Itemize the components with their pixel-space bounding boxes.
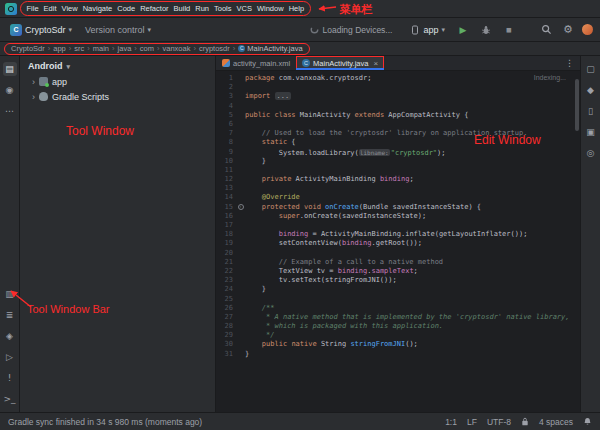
- chevron-down-icon: ▾: [441, 26, 445, 33]
- breadcrumb-separator-icon: ›: [69, 44, 72, 53]
- device-manager-icon[interactable]: ▯: [584, 104, 598, 118]
- code-line: 21 // Example of a call to a native meth…: [216, 258, 580, 267]
- tab-options-icon[interactable]: ⋮: [559, 56, 580, 70]
- code-line: 1package com.vanxoak.cryptosdr;: [216, 74, 580, 83]
- notifications-icon[interactable]: ▢: [584, 62, 598, 76]
- file-encoding[interactable]: UTF-8: [487, 417, 511, 427]
- run-configuration-selector[interactable]: app ▾: [407, 23, 448, 37]
- editor-tab-MainActivity.java[interactable]: CMainActivity.java×: [296, 56, 384, 70]
- code-line: 27 * A native method that is implemented…: [216, 313, 580, 322]
- annotation-tool-window-label: Tool Window: [66, 124, 134, 138]
- java-class-icon: C: [238, 45, 245, 52]
- menu-item-build[interactable]: Build: [171, 3, 193, 14]
- gradle-icon[interactable]: ◆: [584, 83, 598, 97]
- logcat-icon[interactable]: ≣: [3, 308, 17, 322]
- app-quality-insights-icon[interactable]: ◎: [584, 146, 598, 160]
- left-bar-bottom: ▥≣◈▷!>_: [0, 281, 19, 412]
- code-lines: 1package com.vanxoak.cryptosdr;23import …: [216, 74, 580, 359]
- code-line: 4: [216, 102, 580, 111]
- breadcrumb-item[interactable]: cryptosdr: [199, 44, 230, 53]
- search-everywhere-button[interactable]: [538, 22, 554, 38]
- code-line: 30 public native String stringFromJNI();: [216, 340, 580, 349]
- debug-button[interactable]: [478, 22, 494, 38]
- commit-tool-icon[interactable]: ◉: [3, 83, 17, 97]
- breadcrumb-separator-icon: ›: [233, 44, 236, 53]
- code-line: 11: [216, 166, 580, 175]
- menu-item-tools[interactable]: Tools: [212, 3, 235, 14]
- project-view-selector[interactable]: Android: [28, 61, 63, 71]
- app-inspection-icon[interactable]: ◈: [3, 329, 17, 343]
- run-button[interactable]: ▶: [455, 22, 471, 38]
- project-avatar-icon: C: [10, 24, 22, 36]
- project-tool-icon[interactable]: ▤: [3, 62, 17, 76]
- caret-position[interactable]: 1:1: [445, 417, 457, 427]
- menu-item-code[interactable]: Code: [115, 3, 138, 14]
- code-line: 29 */: [216, 331, 580, 340]
- annotation-menu-bar-label: 菜单栏: [340, 2, 373, 16]
- breadcrumb-item[interactable]: CryptoSdr: [11, 44, 45, 53]
- code-line: 25: [216, 295, 580, 304]
- editor-tab-bar: activity_main.xmlCMainActivity.java× ⋮: [216, 56, 580, 71]
- project-tree: ›app›Gradle Scripts: [20, 74, 215, 104]
- run-tool-icon[interactable]: ▷: [3, 350, 17, 364]
- overriding-method-gutter-icon[interactable]: ↑: [238, 204, 244, 210]
- menu-item-help[interactable]: Help: [286, 3, 306, 14]
- breadcrumb-item[interactable]: java: [118, 44, 132, 53]
- notifications-bell-icon[interactable]: [583, 417, 592, 426]
- main-area: ▤◉⋯ ▥≣◈▷!>_ Android ▾ ›app›Gradle Script…: [0, 56, 600, 412]
- menu-item-window[interactable]: Window: [254, 3, 286, 14]
- settings-gear-icon[interactable]: ⚙: [560, 22, 576, 38]
- line-separator[interactable]: LF: [467, 417, 477, 427]
- editor-tab-activity_main.xml[interactable]: activity_main.xml: [216, 56, 296, 70]
- read-only-lock-icon[interactable]: [521, 417, 529, 426]
- running-devices-icon[interactable]: ▣: [584, 125, 598, 139]
- breadcrumb-item[interactable]: vanxoak: [162, 44, 190, 53]
- code-line: 26 /**: [216, 304, 580, 313]
- breadcrumb-item[interactable]: CMainActivity.java: [238, 44, 302, 53]
- code-editor[interactable]: 1package com.vanxoak.cryptosdr;23import …: [216, 71, 580, 412]
- user-avatar[interactable]: [582, 24, 593, 35]
- code-line: 5public class MainActivity extends AppCo…: [216, 111, 580, 120]
- menu-item-refactor[interactable]: Refactor: [138, 3, 171, 14]
- editor-scrollbar[interactable]: [575, 79, 579, 131]
- project-selector[interactable]: C CryptoSdr ▾: [7, 22, 75, 38]
- code-line: 18 binding = ActivityMainBinding.inflate…: [216, 230, 580, 239]
- terminal-icon[interactable]: >_: [3, 392, 17, 406]
- code-line: 28 * which is packaged with this applica…: [216, 322, 580, 331]
- more-tool-windows-icon[interactable]: ⋯: [3, 104, 17, 118]
- folder-app-icon: [39, 77, 48, 86]
- breadcrumb-item[interactable]: com: [140, 44, 154, 53]
- tree-item-app[interactable]: ›app: [20, 74, 215, 89]
- stop-button[interactable]: ◼: [501, 22, 517, 38]
- close-tab-icon[interactable]: ×: [373, 59, 378, 68]
- tree-item-gradle-scripts[interactable]: ›Gradle Scripts: [20, 89, 215, 104]
- code-line: 13: [216, 184, 580, 193]
- problems-icon[interactable]: !: [3, 371, 17, 385]
- indent-setting[interactable]: 4 spaces: [539, 417, 573, 427]
- run-config-label: app: [423, 25, 438, 35]
- code-line: 19 setContentView(binding.getRoot());: [216, 239, 580, 248]
- android-studio-window: FileEditViewNavigateCodeRefactorBuildRun…: [0, 0, 600, 430]
- phone-device-icon: [410, 25, 420, 35]
- editor-area: activity_main.xmlCMainActivity.java× ⋮ 1…: [216, 56, 580, 412]
- menu-item-edit[interactable]: Edit: [41, 3, 59, 14]
- java-class-icon: C: [302, 59, 310, 67]
- toolbar-right-cluster: ⚙: [538, 22, 593, 38]
- vcs-widget[interactable]: Version control ▾: [82, 23, 154, 37]
- chevron-down-icon: ▾: [67, 63, 71, 70]
- breadcrumb-item[interactable]: src: [74, 44, 84, 53]
- menu-item-file[interactable]: File: [24, 3, 41, 14]
- menu-item-vcs[interactable]: VCS: [234, 3, 254, 14]
- menu-item-navigate[interactable]: Navigate: [80, 3, 115, 14]
- search-icon: [541, 24, 552, 35]
- chevron-down-icon: ▾: [148, 26, 152, 33]
- device-explorer-icon[interactable]: ▥: [3, 287, 17, 301]
- breadcrumb-item[interactable]: main: [93, 44, 109, 53]
- menu-item-view[interactable]: View: [59, 3, 80, 14]
- breadcrumb-item[interactable]: app: [53, 44, 66, 53]
- menu-item-run[interactable]: Run: [193, 3, 212, 14]
- breadcrumb-separator-icon: ›: [193, 44, 196, 53]
- code-line: 17: [216, 221, 580, 230]
- code-line: 20: [216, 249, 580, 258]
- annotation-edit-window-label: Edit Window: [474, 133, 541, 147]
